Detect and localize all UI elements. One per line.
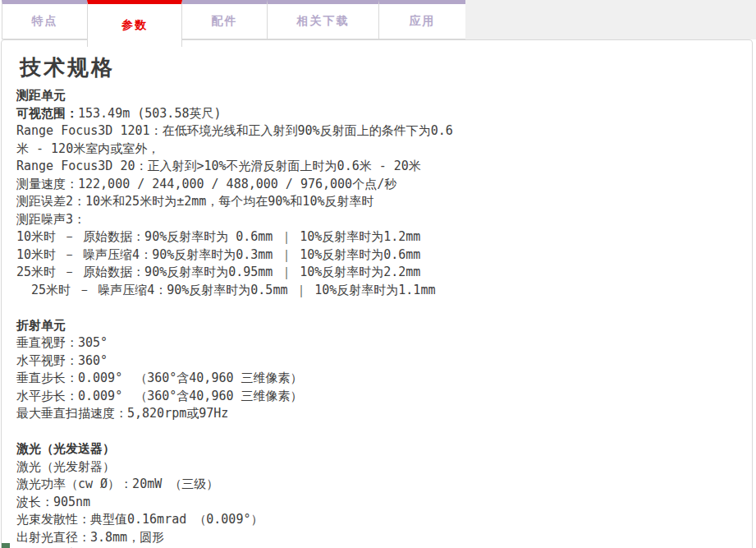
tab-4[interactable]: 相关下载 — [267, 0, 379, 39]
tab-bar-filler — [465, 0, 756, 39]
spec-line: 垂直步长：0.009° （360°含40,960 三维像素） — [16, 370, 739, 388]
tab-2-active[interactable]: 参数 — [87, 0, 182, 47]
spec-line: 最大垂直扫描速度：5,820rpm或97Hz — [16, 405, 739, 423]
spec-line: 激光功率（cw Ø）：20mW （三级） — [16, 476, 739, 494]
partial-element-below — [2, 543, 10, 548]
tab-5[interactable]: 应用 — [378, 0, 466, 39]
spec-line: 米 - 120米室内或室外， — [16, 140, 739, 159]
spec-line: 激光（光发送器） — [16, 440, 739, 458]
spec-line: 激光（光发射器） — [16, 458, 739, 477]
spec-line: 光束发散性：典型值0.16mrad （0.009°） — [16, 511, 739, 529]
spec-line: 波长：905nm — [16, 494, 739, 512]
tab-bar: 特点参数配件相关下载应用 — [0, 0, 756, 39]
spec-line-blank — [16, 423, 739, 441]
spec-panel: 技术规格 测距单元可视范围：153.49m (503.58英尺)Range Fo… — [1, 39, 753, 548]
spec-line: 10米时 － 噪声压缩4：90%反射率时为0.3mm ｜ 10%反射率时为0.6… — [16, 246, 739, 265]
spec-line: 折射单元 — [16, 317, 739, 335]
spec-lines: 测距单元可视范围：153.49m (503.58英尺)Range Focus3D… — [16, 87, 739, 548]
spec-line: 出射光直径：3.8mm，圆形 — [16, 529, 739, 547]
spec-line: 可视范围：153.49m (503.58英尺) — [16, 105, 739, 123]
spec-line: 10米时 － 原始数据：90%反射率时为 0.6mm ｜ 10%反射率时为1.2… — [16, 228, 739, 246]
spec-line: 测距误差2：10米和25米时为±2mm，每个均在90%和10%反射率时 — [16, 193, 739, 211]
spec-line: Range Focus3D 20：正入射到>10%不光滑反射面上时为0.6米 -… — [16, 158, 739, 176]
spec-line: 垂直视野：305° — [16, 334, 739, 352]
spec-line: 测距噪声3： — [16, 211, 739, 229]
spec-line: 25米时 － 噪声压缩4：90%反射率时为0.5mm ｜ 10%反射率时为1.1… — [16, 282, 739, 300]
spec-line: Range Focus3D 1201：在低环境光线和正入射到90%反射面上的条件… — [16, 122, 739, 140]
spec-line: 测量速度：122,000 / 244,000 / 488,000 / 976,0… — [16, 176, 739, 194]
page-title: 技术规格 — [20, 53, 739, 82]
spec-line: 25米时 － 原始数据：90%反射率时为0.95mm ｜ 10%反射率时为2.2… — [16, 264, 739, 282]
spec-line: 测距单元 — [16, 87, 739, 105]
spec-line: 水平步长：0.009° （360°含40,960 三维像素） — [16, 388, 739, 406]
spec-line: 水平视野：360° — [16, 352, 739, 371]
spec-line-blank — [16, 299, 739, 317]
tab-3[interactable]: 配件 — [181, 0, 268, 39]
tab-1[interactable]: 特点 — [2, 0, 88, 39]
